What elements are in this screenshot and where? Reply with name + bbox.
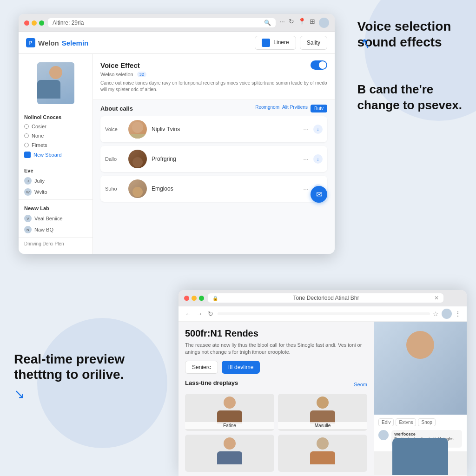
sidebar-divider-2 — [19, 199, 93, 200]
call-name-1: Nipliv Tvins — [152, 126, 298, 132]
bottom-close-tab[interactable]: ✕ — [434, 295, 439, 301]
right-person-head — [406, 331, 434, 359]
calls-title: About calls — [100, 105, 133, 112]
search-icon: 🔍 — [264, 20, 271, 26]
call-type-1: Voice — [105, 126, 124, 132]
bottom-right-panel: Ediv Extvns Snop Werfoosce Footio dectoo… — [374, 322, 467, 475]
reload-icon[interactable]: ↻ — [289, 18, 294, 28]
tab-snop[interactable]: Snop — [418, 418, 435, 426]
call-more-3[interactable]: ··· — [303, 185, 309, 192]
devlime-button[interactable]: III devlime — [222, 361, 260, 374]
sidebar-section-nolinol: Nolinol Cnoces — [19, 111, 93, 122]
sidebar-item-cosier[interactable]: Cosier — [19, 122, 93, 131]
address-bar[interactable]: Altinre: 29ria 🔍 — [48, 18, 276, 27]
thumbnail-3[interactable] — [185, 435, 274, 472]
grid-icon[interactable]: ⊞ — [310, 18, 315, 28]
call-type-2: Dallo — [105, 156, 124, 162]
sidebar-item-juliy[interactable]: J Juliy — [19, 175, 93, 186]
main-content: Voice Effect Welsoiseletion 32 Cance out… — [93, 54, 335, 254]
voice-badge: 32 — [137, 72, 146, 77]
sidebar-section-eve: Eve — [19, 164, 93, 175]
radio-cosier[interactable] — [24, 124, 29, 129]
logo-text-blue: Selemin — [62, 39, 89, 47]
bottom-browser-titlebar: 🔒 Tone Dectorlood Atinal Bhr ✕ — [178, 290, 467, 306]
app-body: Nolinol Cnoces Cosier None Firnets New S… — [19, 54, 335, 254]
butv-btn[interactable]: Butv — [311, 105, 327, 112]
bottom-address-text: Tone Dectorlood Atinal Bhr — [293, 295, 359, 301]
bookmark-icon[interactable]: 📍 — [298, 18, 306, 28]
thumb-label-fatine: Fatine — [185, 422, 274, 429]
reomgnom-btn[interactable]: Reomgnom — [255, 105, 279, 112]
bottom-maximize-button[interactable] — [199, 296, 204, 301]
call-type-3: Suho — [105, 186, 124, 192]
calls-section: About calls Reomgnom Alit Prvitiens Butv… — [93, 100, 335, 210]
avatar-wvlto: W — [24, 188, 32, 196]
back-button[interactable]: ← — [184, 310, 192, 318]
radio-none[interactable] — [24, 133, 29, 138]
voice-title-row: Voice Effect — [100, 60, 327, 70]
bottom-main-title: 500fr:N1 Rendes — [185, 328, 367, 339]
sality-button[interactable]: Sality — [300, 36, 327, 50]
thumbnail-fatine[interactable]: Fatine — [185, 394, 274, 431]
tab-ediv[interactable]: Ediv — [378, 418, 394, 426]
radio-firnets[interactable] — [24, 143, 29, 147]
right-panel-photo — [374, 322, 467, 415]
sidebar-item-bottom[interactable]: Dnnving Derci Plen — [19, 239, 93, 248]
sidebar: Nolinol Cnoces Cosier None Firnets New S… — [19, 54, 93, 254]
alit-btn[interactable]: Alit Prvitiens — [282, 105, 308, 112]
maximize-button[interactable] — [39, 20, 44, 26]
bottom-address-bar[interactable]: 🔒 Tone Dectorlood Atinal Bhr ✕ — [208, 293, 443, 303]
sidebar-item-none[interactable]: None — [19, 131, 93, 140]
annotation-arrow-bottom: ↘ — [14, 386, 125, 402]
sidebar-label-veal: Veal Beniice — [34, 216, 63, 221]
close-button[interactable] — [24, 20, 29, 26]
more-icon[interactable]: ··· — [279, 18, 285, 28]
call-row-suho: Suho Emgloos ··· ↓ — [100, 176, 327, 202]
sidebar-item-veal[interactable]: V Veal Beniice — [19, 213, 93, 224]
bottom-url-bar[interactable] — [218, 312, 430, 315]
call-more-2[interactable]: ··· — [303, 155, 309, 163]
call-download-2[interactable]: ↓ — [313, 154, 323, 164]
call-more-1[interactable]: ··· — [303, 126, 309, 133]
bottom-description: The reasee ate now liy thus the blool ca… — [185, 342, 367, 356]
bottom-close-button[interactable] — [184, 296, 189, 301]
voice-toggle[interactable] — [311, 60, 327, 70]
sidebar-label-none: None — [32, 133, 44, 139]
voice-subtitle-row: Welsoiseletion 32 — [100, 72, 327, 77]
thumb-body-3 — [217, 451, 242, 464]
thumbnail-4[interactable] — [278, 435, 367, 472]
refresh-button[interactable]: ↻ — [206, 310, 215, 318]
sidebar-item-wvlto[interactable]: W Wvlto — [19, 186, 93, 198]
thumbnail-masulle[interactable]: Masulle — [278, 394, 367, 431]
bottom-more-icon[interactable]: ⋮ — [455, 310, 461, 317]
tab-extvns[interactable]: Extvns — [396, 418, 416, 426]
fab-button[interactable]: ✉ — [311, 186, 327, 203]
logo-icon: P — [26, 38, 35, 47]
right-panel-tabs: Ediv Extvns Snop — [378, 418, 462, 426]
logo-text-gray: Welon — [38, 39, 59, 47]
forward-button[interactable]: → — [195, 310, 204, 318]
see-all-link[interactable]: Seom — [354, 382, 367, 387]
thumb-body-4 — [310, 451, 335, 464]
voice-effect-section: Voice Effect Welsoiseletion 32 Cance out… — [93, 54, 335, 100]
user-avatar-top[interactable] — [319, 18, 329, 28]
sidebar-item-nawbq[interactable]: N Naw BQ — [19, 224, 93, 235]
secure-icon: 🔒 — [212, 296, 218, 301]
sidebar-label-wvlto: Wvlto — [34, 189, 47, 195]
top-browser-titlebar: Altinre: 29ria 🔍 ··· ↻ 📍 ⊞ — [19, 14, 335, 32]
call-download-1[interactable]: ↓ — [313, 125, 323, 134]
star-icon[interactable]: ☆ — [433, 310, 439, 317]
sidebar-item-new-sboard[interactable]: New Sboard — [19, 150, 93, 160]
sidebar-item-firnets[interactable]: Firnets — [19, 140, 93, 150]
sidebar-section-newwlab: Neww Lab — [19, 202, 93, 213]
minimize-button[interactable] — [32, 20, 37, 26]
senierc-button[interactable]: Senierc — [185, 361, 218, 374]
top-browser-window: Altinre: 29ria 🔍 ··· ↻ 📍 ⊞ P Welon Selem… — [19, 14, 335, 254]
thumb-head-3 — [224, 437, 236, 450]
linere-button[interactable]: Linere — [255, 36, 296, 50]
bottom-minimize-button[interactable] — [192, 296, 197, 301]
toggle-thumb — [319, 61, 326, 69]
thumb-body-1 — [217, 410, 242, 423]
person-head — [49, 66, 62, 79]
bottom-user-avatar[interactable] — [442, 309, 452, 319]
